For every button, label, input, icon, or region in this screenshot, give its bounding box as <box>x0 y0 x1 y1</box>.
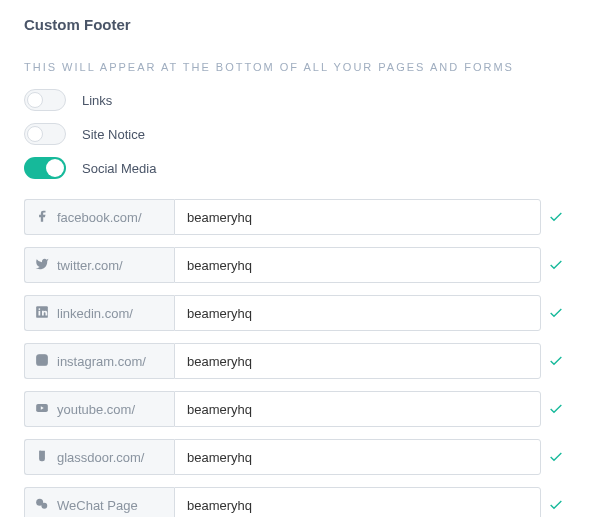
prefix-label: youtube.com/ <box>57 402 135 417</box>
prefix-label: glassdoor.com/ <box>57 450 144 465</box>
social-field-row: WeChat Page <box>24 487 571 517</box>
site-notice-toggle-label: Site Notice <box>82 127 145 142</box>
section-title: Custom Footer <box>24 16 571 33</box>
site-notice-toggle[interactable] <box>24 123 66 145</box>
facebook-prefix: facebook.com/ <box>24 199 174 235</box>
instagram-icon <box>35 353 49 370</box>
social-media-toggle-label: Social Media <box>82 161 156 176</box>
glassdoor-input[interactable] <box>174 439 541 475</box>
social-field-row: linkedin.com/ <box>24 295 571 331</box>
check-icon <box>541 209 571 225</box>
svg-point-2 <box>39 308 41 310</box>
social-media-toggle[interactable] <box>24 157 66 179</box>
prefix-label: facebook.com/ <box>57 210 142 225</box>
instagram-prefix: instagram.com/ <box>24 343 174 379</box>
wechat-prefix: WeChat Page <box>24 487 174 517</box>
linkedin-icon <box>35 305 49 322</box>
twitter-icon <box>35 257 49 274</box>
social-field-row: glassdoor.com/ <box>24 439 571 475</box>
glassdoor-prefix: glassdoor.com/ <box>24 439 174 475</box>
check-icon <box>541 449 571 465</box>
glassdoor-icon <box>35 449 49 466</box>
check-icon <box>541 497 571 513</box>
check-icon <box>541 257 571 273</box>
youtube-prefix: youtube.com/ <box>24 391 174 427</box>
check-icon <box>541 305 571 321</box>
social-field-row: twitter.com/ <box>24 247 571 283</box>
social-field-row: instagram.com/ <box>24 343 571 379</box>
svg-point-8 <box>41 502 47 508</box>
section-subtitle: THIS WILL APPEAR AT THE BOTTOM OF ALL YO… <box>24 61 571 73</box>
check-icon <box>541 401 571 417</box>
twitter-input[interactable] <box>174 247 541 283</box>
social-field-row: facebook.com/ <box>24 199 571 235</box>
svg-rect-1 <box>39 310 41 315</box>
youtube-icon <box>35 401 49 418</box>
facebook-input[interactable] <box>174 199 541 235</box>
links-toggle[interactable] <box>24 89 66 111</box>
wechat-input[interactable] <box>174 487 541 517</box>
prefix-label: WeChat Page <box>57 498 138 513</box>
linkedin-input[interactable] <box>174 295 541 331</box>
links-toggle-label: Links <box>82 93 112 108</box>
prefix-label: twitter.com/ <box>57 258 123 273</box>
instagram-input[interactable] <box>174 343 541 379</box>
social-field-row: youtube.com/ <box>24 391 571 427</box>
prefix-label: instagram.com/ <box>57 354 146 369</box>
prefix-label: linkedin.com/ <box>57 306 133 321</box>
twitter-prefix: twitter.com/ <box>24 247 174 283</box>
svg-point-5 <box>45 356 46 357</box>
check-icon <box>541 353 571 369</box>
linkedin-prefix: linkedin.com/ <box>24 295 174 331</box>
facebook-icon <box>35 209 49 226</box>
wechat-icon <box>35 497 49 514</box>
youtube-input[interactable] <box>174 391 541 427</box>
svg-point-4 <box>40 357 45 362</box>
